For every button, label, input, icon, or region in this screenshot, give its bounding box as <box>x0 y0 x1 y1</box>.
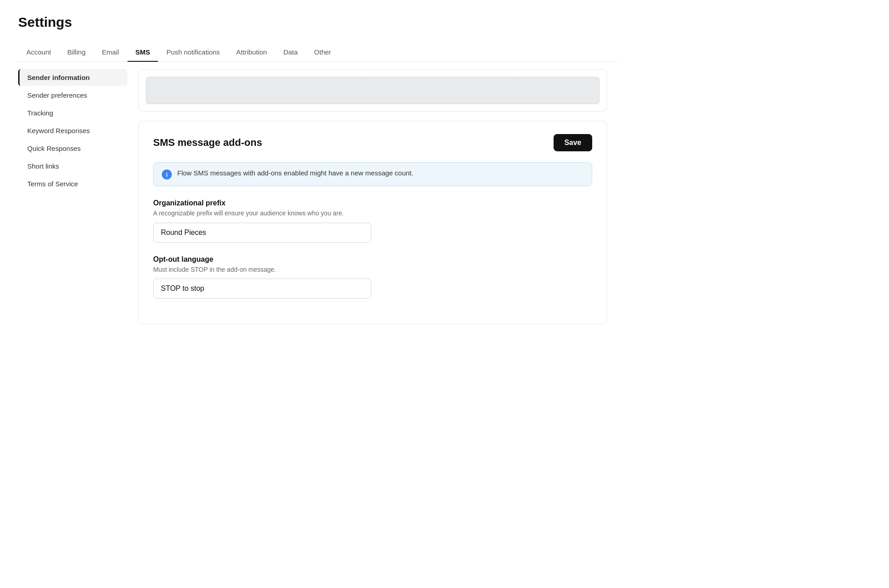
sidebar-item-tracking[interactable]: Tracking <box>18 105 127 121</box>
org-prefix-input[interactable] <box>153 223 371 243</box>
save-button[interactable]: Save <box>554 134 592 151</box>
sidebar-item-quick-responses[interactable]: Quick Responses <box>18 140 127 157</box>
content-area: SMS message add-ons Save i Flow SMS mess… <box>127 62 618 341</box>
tab-data[interactable]: Data <box>275 43 306 61</box>
tab-attribution[interactable]: Attribution <box>228 43 275 61</box>
sidebar: Sender information Sender preferences Tr… <box>18 62 127 341</box>
sidebar-item-short-links[interactable]: Short links <box>18 158 127 174</box>
opt-out-field-group: Opt-out language Must include STOP in th… <box>153 255 592 299</box>
page-title: Settings <box>18 15 618 30</box>
org-prefix-description: A recognizable prefix will ensure your a… <box>153 209 592 218</box>
info-banner: i Flow SMS messages with add-ons enabled… <box>153 162 592 186</box>
sms-addons-card: SMS message add-ons Save i Flow SMS mess… <box>138 121 607 324</box>
tab-email[interactable]: Email <box>94 43 127 61</box>
org-prefix-label: Organizational prefix <box>153 199 592 207</box>
sidebar-item-sender-preferences[interactable]: Sender preferences <box>18 87 127 104</box>
top-partial-card <box>138 69 607 112</box>
top-nav: Account Billing Email SMS Push notificat… <box>18 43 618 62</box>
info-message: Flow SMS messages with add-ons enabled m… <box>177 169 413 177</box>
opt-out-input[interactable] <box>153 279 371 299</box>
sidebar-item-terms-of-service[interactable]: Terms of Service <box>18 175 127 192</box>
tab-billing[interactable]: Billing <box>59 43 94 61</box>
tab-sms[interactable]: SMS <box>127 43 159 61</box>
tab-other[interactable]: Other <box>306 43 340 61</box>
sidebar-item-sender-information[interactable]: Sender information <box>18 69 127 86</box>
card-header: SMS message add-ons Save <box>153 134 592 151</box>
tab-account[interactable]: Account <box>18 43 59 61</box>
tab-push-notifications[interactable]: Push notifications <box>158 43 228 61</box>
opt-out-description: Must include STOP in the add-on message. <box>153 265 592 274</box>
info-icon: i <box>162 169 172 179</box>
org-prefix-field-group: Organizational prefix A recognizable pre… <box>153 199 592 243</box>
card-title: SMS message add-ons <box>153 137 262 149</box>
opt-out-label: Opt-out language <box>153 255 592 264</box>
gray-placeholder-area <box>146 77 599 104</box>
sidebar-item-keyword-responses[interactable]: Keyword Responses <box>18 122 127 139</box>
